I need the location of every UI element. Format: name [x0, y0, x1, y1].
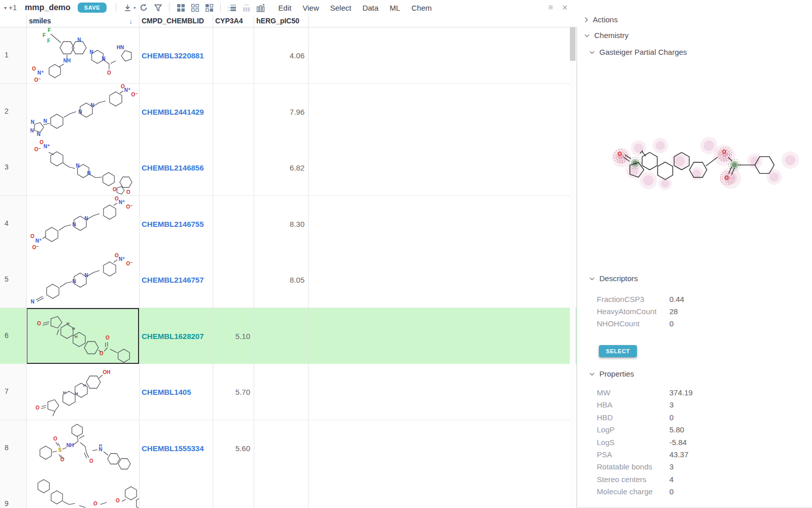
section-gasteiger[interactable]: Gasteiger Partial Charges — [589, 48, 687, 56]
cyp3a4-cell[interactable]: 5.70 — [213, 364, 254, 420]
chembl-link-cell[interactable] — [139, 476, 213, 508]
molecule-cell[interactable]: ON⁺O⁻NNOO — [26, 140, 139, 195]
herg-cell[interactable]: 7.96 — [254, 84, 308, 140]
table-row[interactable]: 8 SOONHOHN CHEMBL1555334 5.60 — [0, 420, 577, 477]
section-actions[interactable]: Actions — [584, 15, 618, 24]
herg-cell[interactable]: 8.30 — [254, 196, 308, 252]
menu-select[interactable]: Select — [330, 4, 351, 12]
herg-cell[interactable] — [254, 364, 308, 420]
table-row[interactable]: 7 OHOHHH CHEMBL1405 5.70 — [0, 364, 577, 420]
section-properties[interactable]: Properties — [589, 369, 634, 378]
menu-edit[interactable]: Edit — [278, 4, 291, 12]
vertical-scrollbar[interactable] — [570, 27, 576, 508]
add-columns-disabled-icon[interactable]: ✕✕ — [241, 2, 252, 13]
layout-grid-filled-icon[interactable] — [175, 2, 186, 13]
herg-cell[interactable] — [254, 420, 308, 476]
svg-text:O⁻: O⁻ — [32, 245, 39, 250]
molecule-cell[interactable]: NNNON⁺O⁻ — [26, 252, 139, 308]
menu-ml[interactable]: ML — [390, 4, 400, 12]
molecule-cell[interactable]: SOONHOHN — [26, 420, 139, 476]
chembl-link-cell[interactable]: CHEMBL1555334 — [139, 420, 213, 476]
row-number-cell[interactable]: 5 — [0, 252, 26, 308]
select-button[interactable]: SELECT — [599, 345, 637, 357]
chembl-link-cell[interactable]: CHEMBL2146856 — [139, 140, 213, 195]
chevron-down-icon[interactable]: ▾ — [4, 5, 7, 11]
filter-icon[interactable] — [152, 2, 163, 13]
row-number-cell[interactable]: 9 — [0, 476, 26, 508]
table-name[interactable]: mmp_demo — [25, 3, 71, 12]
herg-cell[interactable]: 6.82 — [254, 140, 308, 195]
menu-view[interactable]: View — [302, 4, 319, 12]
column-header-chemblid[interactable]: CMPD_CHEMBLID — [142, 17, 204, 25]
download-options-caret-icon[interactable]: ▾ — [133, 6, 136, 10]
row-number-cell[interactable]: 6 — [0, 308, 26, 364]
molecule-cell[interactable]: FFFNNNNHN⁺OO⁻OHN — [26, 27, 139, 83]
herg-cell[interactable] — [254, 476, 308, 508]
chembl-link-cell[interactable]: CHEMBL3220881 — [139, 27, 213, 83]
herg-cell[interactable]: 8.05 — [254, 252, 308, 308]
table-row[interactable]: 9 OO — [0, 476, 577, 508]
svg-text:O: O — [53, 436, 57, 442]
row-number-cell[interactable]: 7 — [0, 364, 26, 420]
molecule-structure: ON⁺O⁻NNON⁺O⁻ — [26, 196, 139, 252]
refresh-icon[interactable] — [138, 2, 149, 13]
cyp3a4-cell[interactable] — [213, 196, 254, 252]
svg-text:N: N — [98, 447, 102, 452]
section-chemistry[interactable]: Chemistry — [584, 31, 629, 40]
table-row[interactable]: 4 ON⁺O⁻NNON⁺O⁻ CHEMBL2146755 8.30 — [0, 196, 577, 252]
table-row[interactable]: 2 NNNNNNON⁺O⁻ CHEMBL2441429 7.96 — [0, 84, 577, 140]
hidden-tabs-count[interactable]: +1 — [9, 4, 17, 12]
row-number-cell[interactable]: 3 — [0, 140, 26, 195]
toolbar-divider — [220, 3, 221, 12]
close-icon[interactable]: ✕ — [559, 2, 570, 13]
cyp3a4-cell[interactable] — [213, 140, 254, 195]
column-header-herg[interactable]: hERG_pIC50 — [256, 17, 299, 25]
save-button[interactable]: SAVE — [78, 3, 107, 13]
download-icon[interactable] — [122, 2, 133, 13]
molecule-cell[interactable]: NNNNNNON⁺O⁻ — [26, 84, 139, 140]
table-row[interactable]: 3 ON⁺O⁻NNOO CHEMBL2146856 6.82 — [0, 140, 577, 196]
table-row[interactable]: 6 OHHHOO CHEMBL1628207 5.10 — [0, 308, 577, 364]
menu-chem[interactable]: Chem — [412, 4, 432, 12]
svg-text:F: F — [48, 27, 51, 33]
layout-grid-mixed-icon[interactable] — [204, 2, 215, 13]
row-number-cell[interactable]: 1 — [0, 27, 26, 83]
table-row[interactable]: 1 FFFNNNNHN⁺OO⁻OHN CHEMBL3220881 4.06 — [0, 27, 577, 84]
row-number-cell[interactable]: 4 — [0, 196, 26, 252]
cyp3a4-cell[interactable]: 5.60 — [213, 420, 254, 476]
layout-grid-outline-icon[interactable] — [189, 2, 200, 13]
chembl-link-cell[interactable]: CHEMBL2146755 — [139, 196, 213, 252]
sort-descending-icon[interactable]: ↓ — [129, 17, 132, 25]
chembl-link-cell[interactable]: CHEMBL1628207 — [139, 308, 213, 364]
molecule-cell[interactable]: OO — [26, 476, 139, 508]
row-number-cell[interactable]: 2 — [0, 84, 26, 140]
chembl-link-cell[interactable]: CHEMBL1405 — [139, 364, 213, 420]
cyp3a4-cell[interactable] — [213, 476, 254, 508]
column-header-smiles[interactable]: smiles — [29, 17, 51, 25]
herg-value: 7.96 — [290, 108, 304, 116]
molecule-cell[interactable]: OHOHHH — [26, 364, 139, 420]
section-descriptors[interactable]: Descriptors — [589, 274, 638, 283]
chembl-link-cell[interactable]: CHEMBL2146757 — [139, 252, 213, 308]
svg-text:O: O — [60, 457, 64, 462]
chembl-link-cell[interactable]: CHEMBL2441429 — [139, 84, 213, 140]
molecule-cell[interactable]: OHHHOO — [26, 308, 139, 364]
cyp3a4-cell[interactable] — [213, 27, 254, 83]
column-header-cyp3a4[interactable]: CYP3A4 — [215, 17, 243, 25]
herg-cell[interactable] — [254, 308, 308, 364]
scrollbar-thumb[interactable] — [570, 27, 576, 61]
molecule-cell[interactable]: ON⁺O⁻NNON⁺O⁻ — [26, 196, 139, 252]
add-rows-icon[interactable]: ✕ ✕ — [226, 2, 238, 13]
herg-cell[interactable]: 4.06 — [254, 27, 308, 83]
menu-data[interactable]: Data — [362, 4, 379, 12]
property-label: Rotatable bonds — [597, 462, 652, 471]
hamburger-menu-icon[interactable]: ≡ — [545, 2, 556, 13]
cyp3a4-cell[interactable] — [213, 84, 254, 140]
cyp3a4-cell[interactable]: 5.10 — [213, 308, 254, 364]
table-row[interactable]: 5 NNNON⁺O⁻ CHEMBL2146757 8.05 — [0, 252, 577, 308]
molecule-structure: OHOHHH — [26, 364, 139, 420]
add-columns-icon[interactable]: + — [255, 2, 266, 13]
chevron-down-icon — [589, 50, 595, 54]
row-number-cell[interactable]: 8 — [0, 420, 26, 476]
cyp3a4-cell[interactable] — [213, 252, 254, 308]
